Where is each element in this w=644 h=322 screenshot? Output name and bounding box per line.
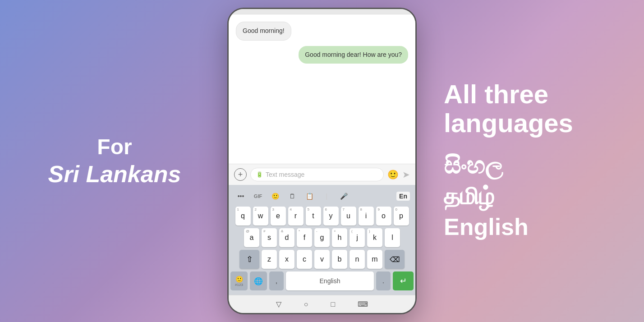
key-n[interactable]: n: [350, 250, 365, 269]
shift-key[interactable]: ⇧: [239, 250, 259, 269]
key-d[interactable]: & d: [279, 228, 294, 247]
keyboard-row-1: 1 q 2 w 3 e 4 r 5 t: [230, 207, 414, 225]
messages-area: Good morning! Good morning dear! How are…: [229, 14, 415, 164]
keyboard-row-2: @ a # s & d * f - g: [230, 228, 414, 247]
key-q[interactable]: 1 q: [235, 207, 251, 225]
key-y[interactable]: 6 y: [323, 207, 339, 225]
emoji-bottom-key[interactable]: 🙂 #123: [230, 271, 248, 290]
key-e[interactable]: 3 e: [271, 207, 286, 225]
keyboard-icon: 🔋: [256, 171, 263, 178]
key-v[interactable]: v: [314, 250, 330, 269]
emoji-icon[interactable]: 🙂: [387, 169, 399, 180]
keyboard-area: ••• GIF 🙂 🗒 📋 | 🎤 En 1 q 2 w: [229, 185, 415, 295]
divider-icon: |: [320, 189, 333, 203]
globe-key[interactable]: 🌐: [250, 271, 267, 290]
key-c[interactable]: c: [297, 250, 312, 269]
all-three-label: All three languages: [444, 80, 573, 138]
english-label: English: [444, 212, 529, 243]
period-key[interactable]: .: [376, 271, 391, 290]
for-label: For: [97, 134, 132, 160]
space-key[interactable]: English: [286, 271, 374, 290]
message-sent: Good morning!: [236, 22, 291, 41]
language-label[interactable]: En: [396, 192, 410, 201]
key-s[interactable]: # s: [262, 228, 277, 247]
key-h[interactable]: + h: [332, 228, 347, 247]
key-o[interactable]: 9 o: [376, 207, 391, 225]
gif-icon[interactable]: GIF: [251, 189, 265, 203]
key-a[interactable]: @ a: [244, 228, 259, 247]
enter-key[interactable]: ↵: [393, 271, 414, 290]
input-placeholder: Text message: [266, 171, 378, 178]
sri-lankans-label: Sri Lankans: [48, 160, 181, 188]
add-button[interactable]: +: [234, 168, 247, 181]
key-r[interactable]: 4 r: [288, 207, 304, 225]
key-x[interactable]: x: [279, 250, 294, 269]
tamil-label: தமிழ்: [444, 181, 494, 212]
input-bar: + 🔋 Text message 🙂 ➤: [229, 164, 415, 185]
key-i[interactable]: 8 i: [359, 207, 374, 225]
key-j[interactable]: ( j: [350, 228, 365, 247]
sinhala-label: සිංහල: [444, 151, 503, 181]
key-u[interactable]: 7 u: [341, 207, 356, 225]
key-f[interactable]: * f: [297, 228, 312, 247]
home-nav-icon[interactable]: ○: [304, 300, 308, 308]
right-panel: All three languages සිංහල தமிழ் English: [426, 66, 633, 256]
phone-nav-bar: ▽ ○ □ ⌨: [229, 295, 415, 313]
key-m[interactable]: m: [367, 250, 382, 269]
recents-nav-icon[interactable]: □: [331, 300, 336, 308]
send-icon[interactable]: ➤: [402, 169, 410, 180]
keyboard-nav-icon[interactable]: ⌨: [358, 300, 368, 308]
left-panel: For Sri Lankans: [11, 125, 218, 197]
text-input-area[interactable]: 🔋 Text message: [250, 168, 384, 181]
key-g[interactable]: - g: [314, 228, 330, 247]
key-k[interactable]: ) k: [367, 228, 382, 247]
mic-icon[interactable]: 🎤: [337, 189, 350, 203]
backspace-key[interactable]: ⌫: [385, 250, 405, 269]
key-l[interactable]: l: [385, 228, 400, 247]
phone-top-bar: [229, 9, 415, 14]
keyboard-top-row: ••• GIF 🙂 🗒 📋 | 🎤 En: [230, 188, 414, 207]
key-t[interactable]: 5 t: [306, 207, 321, 225]
paste-icon[interactable]: 📋: [303, 189, 316, 203]
phone-container: Good morning! Good morning dear! How are…: [218, 8, 426, 314]
more-icon[interactable]: •••: [234, 189, 248, 203]
keyboard-bottom-row: 🙂 #123 🌐 , English . ↵: [230, 271, 414, 290]
message-received: Good morning dear! How are you?: [299, 46, 408, 64]
emoji-keyboard-icon[interactable]: 🙂: [268, 189, 282, 203]
key-z[interactable]: z: [262, 250, 277, 269]
back-nav-icon[interactable]: ▽: [276, 300, 281, 308]
keyboard-top-icons: ••• GIF 🙂 🗒 📋 | 🎤: [234, 189, 350, 203]
key-p[interactable]: 0 p: [394, 207, 409, 225]
key-b[interactable]: b: [332, 250, 347, 269]
keyboard-row-3: ⇧ z x c v b n: [230, 250, 414, 269]
key-w[interactable]: 2 w: [253, 207, 268, 225]
comma-key[interactable]: ,: [269, 271, 284, 290]
phone: Good morning! Good morning dear! How are…: [227, 8, 417, 314]
clipboard-icon[interactable]: 🗒: [285, 189, 299, 203]
